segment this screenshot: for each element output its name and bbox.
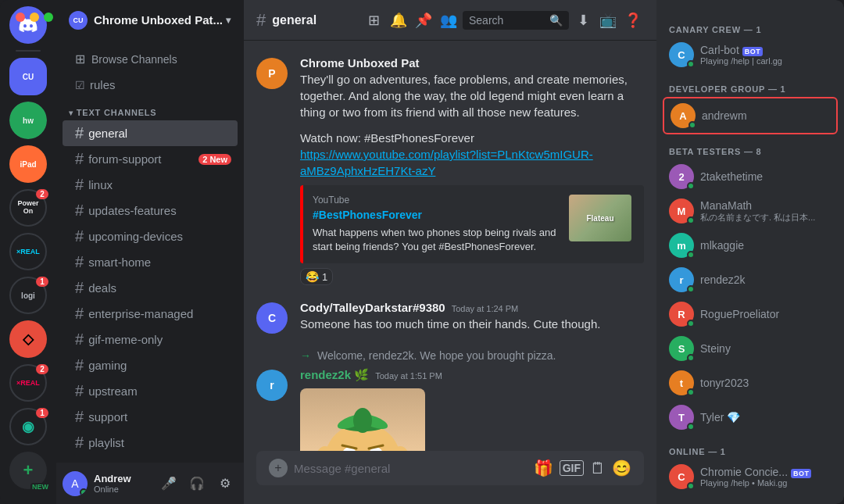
gift-icon[interactable]: 🎁 xyxy=(534,459,553,477)
server-icon-logi[interactable]: logi 1 xyxy=(9,277,47,314)
server-icon-ipad[interactable]: iPad xyxy=(9,145,47,183)
headset-button[interactable]: 🎧 xyxy=(184,471,209,496)
message-input[interactable]: Message #general xyxy=(294,462,528,475)
member-avatar: M xyxy=(669,198,694,223)
microphone-button[interactable]: 🎤 xyxy=(156,471,181,496)
embed: YouTube #BestPhonesForever What happens … xyxy=(300,185,644,263)
channel-item-general[interactable]: # general xyxy=(63,120,238,146)
reaction-emoji: 😂 xyxy=(306,270,319,283)
member-item-steiny[interactable]: S Steiny xyxy=(663,331,838,366)
members-category: ONLINE — 1 xyxy=(663,434,838,459)
member-status-dot xyxy=(687,354,695,362)
message-group-cody: C Cody/TalleyDarkstar#9380 Today at 1:24… xyxy=(256,298,644,337)
chat-messages: P Chrome Unboxed Pat They'll go on adven… xyxy=(244,41,656,451)
download-icon[interactable]: ⬇ xyxy=(572,9,594,31)
server-icon-xreal[interactable]: ×REAL xyxy=(9,233,47,270)
member-status-dot xyxy=(687,60,695,68)
settings-button[interactable]: ⚙ xyxy=(213,471,238,496)
server-icon-angular[interactable]: ◇ xyxy=(9,320,47,358)
member-item-andrewm[interactable]: A andrewm xyxy=(663,97,838,134)
channel-item-support[interactable]: # support xyxy=(63,404,238,430)
channel-name: updates-features xyxy=(88,204,177,217)
message-content: Watch now: #BestPhonesForever https://ww… xyxy=(300,130,644,285)
member-avatar: 2 xyxy=(669,164,694,189)
member-item-manamath[interactable]: M ManaMath 私の名前まなです. 私は日本... xyxy=(663,194,838,228)
maximize-button[interactable] xyxy=(44,13,53,22)
search-bar[interactable]: Search 🔍 xyxy=(463,11,569,30)
hash-icon: # xyxy=(75,356,84,374)
screen-icon[interactable]: 📺 xyxy=(597,9,619,31)
hashtag-grid-icon[interactable]: ⊞ xyxy=(363,9,384,31)
gif-icon[interactable]: GIF xyxy=(560,460,584,476)
input-right-icons: 🎁 GIF 🗒 😊 xyxy=(534,459,631,477)
member-item-tyler[interactable]: T Tyler 💎 xyxy=(663,400,838,434)
sticker-icon[interactable]: 🗒 xyxy=(590,459,606,477)
arrow-right-icon: → xyxy=(300,349,311,362)
reaction-count: 1 xyxy=(322,271,327,283)
embed-title[interactable]: #BestPhonesForever xyxy=(313,209,556,221)
embed-provider: YouTube xyxy=(313,195,556,206)
message-header: Cody/TalleyDarkstar#9380 Today at 1:24 P… xyxy=(300,301,644,314)
member-status-dot xyxy=(687,320,695,327)
channel-item-rules[interactable]: ☑ rules xyxy=(63,74,238,95)
server-icon-hw[interactable]: hw xyxy=(9,102,47,139)
channel-item-upcoming-devices[interactable]: # upcoming-devices xyxy=(63,223,238,249)
add-server-button[interactable]: + NEW xyxy=(9,452,47,489)
channel-item-playlist[interactable]: # playlist xyxy=(63,430,238,456)
member-item-rendez2k[interactable]: r rendez2k xyxy=(663,263,838,297)
attach-button[interactable]: + xyxy=(269,459,288,477)
channel-item-gaming[interactable]: # gaming xyxy=(63,352,238,378)
channel-item-coffee[interactable]: # coffee-and-smoke-and-... xyxy=(63,456,238,463)
channel-item-enterprise-managed[interactable]: # enterprise-managed xyxy=(63,301,238,327)
hash-icon: # xyxy=(75,227,84,245)
pin-icon[interactable]: 📌 xyxy=(413,9,435,31)
message-author: Chrome Unboxed Pat xyxy=(300,56,420,70)
server-name-header[interactable]: CU Chrome Unboxed Pat... ▾ xyxy=(56,0,244,41)
emoji-icon[interactable]: 😊 xyxy=(612,459,631,477)
channel-item-updates-features[interactable]: # updates-features xyxy=(63,198,238,223)
member-item-rogueproeliator[interactable]: R RogueProeliator xyxy=(663,297,838,331)
member-status-dot xyxy=(687,216,695,224)
members-category: BETA TESTERS — 8 xyxy=(663,134,838,159)
member-item-carlbot[interactable]: C Carl-bot BOT Playing /help | carl.gg xyxy=(663,38,838,72)
member-name: Steiny xyxy=(700,342,831,355)
close-button[interactable] xyxy=(16,13,25,22)
message-group: P Chrome Unboxed Pat They'll go on adven… xyxy=(256,53,644,123)
help-icon[interactable]: ❓ xyxy=(622,9,644,31)
svg-point-7 xyxy=(353,408,372,433)
server-icon-xreal2[interactable]: ×REAL 2 xyxy=(9,364,47,402)
channel-item-upstream[interactable]: # upstream xyxy=(63,378,238,404)
member-info: tonyr2023 xyxy=(700,377,831,389)
channel-name: deals xyxy=(88,281,116,295)
member-info: Chromie Concie... BOT Playing /help • Ma… xyxy=(700,466,831,488)
browse-channels-button[interactable]: ⊞ Browse Channels xyxy=(63,47,238,71)
chat-input-area: + Message #general 🎁 GIF 🗒 😊 xyxy=(244,451,656,504)
member-item-mlkaggie[interactable]: m mlkaggie xyxy=(663,228,838,263)
channel-item-linux[interactable]: # linux xyxy=(63,172,238,198)
avatar: C xyxy=(256,302,288,334)
server-icon-chrome-unboxed[interactable]: CU xyxy=(9,58,47,95)
message-text: They'll go on adventures, face problems,… xyxy=(300,71,644,120)
server-icon-teal[interactable]: ◉ 1 xyxy=(9,408,47,445)
channel-item-deals[interactable]: # deals xyxy=(63,275,238,301)
category-text-channels[interactable]: ▾ TEXT CHANNELS xyxy=(56,95,244,120)
message-link[interactable]: https://www.youtube.com/playlist?list=PL… xyxy=(300,148,593,177)
window-controls xyxy=(16,13,53,22)
reaction-button[interactable]: 😂 1 xyxy=(300,268,333,285)
bell-icon[interactable]: 🔔 xyxy=(388,9,409,31)
channel-hash-icon: # xyxy=(256,10,266,30)
message-content: Cody/TalleyDarkstar#9380 Today at 1:24 P… xyxy=(300,301,644,334)
minimize-button[interactable] xyxy=(30,13,39,22)
channel-item-smart-home[interactable]: # smart-home xyxy=(63,249,238,275)
member-item-tonyr2023[interactable]: t tonyr2023 xyxy=(663,366,838,400)
member-item-chromie[interactable]: C Chromie Concie... BOT Playing /help • … xyxy=(663,459,838,494)
app-window: CU hw iPad PowerOn 2 ×REAL logi 1 ◇ ×REA… xyxy=(0,0,844,504)
members-icon[interactable]: 👥 xyxy=(438,9,460,31)
member-item-2takethetime[interactable]: 2 2takethetime xyxy=(663,159,838,194)
bot-badge: BOT xyxy=(742,47,764,56)
channel-item-forum-support[interactable]: # forum-support 2 New xyxy=(63,146,238,172)
channel-item-gif-meme-only[interactable]: # gif-meme-only xyxy=(63,327,238,352)
members-sidebar: CANARY CREW — 1 C Carl-bot BOT Playing /… xyxy=(656,0,844,504)
system-text: Welcome, rendez2k. We hope you brought p… xyxy=(317,349,556,362)
server-icon-power[interactable]: PowerOn 2 xyxy=(9,189,47,227)
